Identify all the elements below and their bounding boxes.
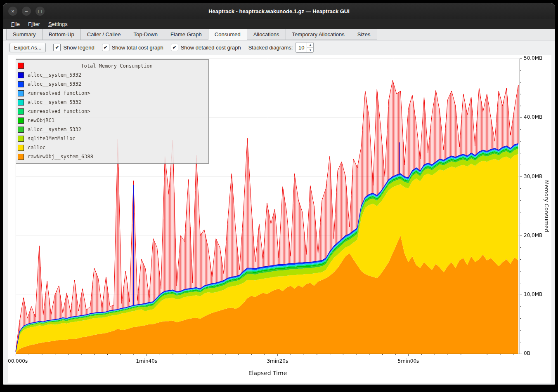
legend-entry: alloc__system_5332 [18, 98, 206, 107]
minimize-icon: − [25, 9, 28, 14]
checkmark-icon: ✔ [53, 44, 61, 51]
legend-entry-label: rawNewObj__system_6388 [28, 154, 93, 160]
window-buttons: ×−□ [3, 7, 45, 16]
legend-entry: sqlite3MemMalloc [18, 134, 206, 143]
legend-entry: alloc__system_5332 [18, 70, 206, 80]
legend-entry: <unresolved function> [18, 107, 206, 116]
titlebar[interactable]: ×−□ Heaptrack - heaptrack.wakunode.1.gz … [3, 3, 555, 19]
stacked-diagrams-spinner[interactable]: 10 ▲ ▼ [296, 42, 314, 53]
legend-entry-label: <unresolved function> [28, 108, 90, 114]
chart-panel: Total Memory Consumptionalloc__system_53… [7, 55, 551, 383]
tab-sizes[interactable]: Sizes [351, 29, 377, 40]
close-button[interactable]: × [8, 7, 17, 16]
series-swatch-icon [18, 145, 24, 151]
desktop: { "titlebar": { "title": "Heaptrack - he… [0, 0, 558, 392]
series-swatch-icon [18, 72, 24, 78]
legend-entry-label: <unresolved function> [28, 90, 90, 96]
close-icon: × [11, 9, 14, 14]
stacked-diagrams-group: Stacked diagrams: 10 ▲ ▼ [248, 42, 314, 53]
spinner-down-icon[interactable]: ▼ [307, 48, 313, 53]
export-as-button[interactable]: Export As... [9, 43, 46, 52]
legend-entry: <unresolved function> [18, 89, 206, 98]
legend-entry: calloc [18, 143, 206, 152]
spinner-arrows: ▲ ▼ [307, 42, 313, 52]
tab-bar: SummaryBottom-UpCaller / CalleeTop-DownF… [3, 29, 555, 40]
legend-entry-label: calloc [28, 145, 45, 150]
legend-entry-label: alloc__system_5332 [28, 72, 81, 78]
total-swatch-icon [18, 63, 24, 69]
tab-caller-callee[interactable]: Caller / Callee [80, 29, 127, 40]
tab-allocations[interactable]: Allocations [247, 29, 286, 40]
checkbox-show-total-cost-graph[interactable]: ✔Show total cost graph [102, 44, 163, 51]
checkmark-icon: ✔ [171, 44, 178, 51]
checkbox-show-legend[interactable]: ✔Show legend [53, 44, 94, 51]
legend-entry: newObjRC1 [18, 116, 206, 125]
checkbox-label: Show total cost graph [112, 45, 163, 51]
legend-entry-label: alloc__system_5332 [28, 127, 81, 132]
checkbox-label: Show detailed cost graph [181, 45, 241, 51]
series-swatch-icon [18, 81, 24, 87]
heaptrack-window: ×−□ Heaptrack - heaptrack.wakunode.1.gz … [3, 3, 555, 385]
series-swatch-icon [18, 99, 24, 106]
stacked-diagrams-label: Stacked diagrams: [248, 45, 293, 51]
series-swatch-icon [18, 90, 24, 96]
menu-bar: FileFilterSettings [3, 19, 555, 29]
legend-entry-label: alloc__system_5332 [28, 81, 81, 87]
tab-bottom-up[interactable]: Bottom-Up [42, 29, 80, 40]
toolbar: Export As... ✔Show legend✔Show total cos… [3, 40, 555, 54]
menu-item-filter[interactable]: Filter [24, 20, 44, 28]
series-swatch-icon [18, 154, 24, 160]
stacked-diagrams-value[interactable]: 10 [296, 42, 307, 52]
checkbox-group: ✔Show legend✔Show total cost graph✔Show … [53, 44, 241, 51]
checkmark-icon: ✔ [102, 44, 109, 51]
minimize-button[interactable]: − [22, 7, 31, 16]
legend-entry: alloc__system_5332 [18, 125, 206, 134]
series-swatch-icon [18, 108, 24, 115]
tab-top-down[interactable]: Top-Down [127, 29, 164, 40]
legend-entry: alloc__system_5332 [18, 80, 206, 89]
legend-entry-label: sqlite3MemMalloc [28, 136, 76, 141]
menu-item-settings[interactable]: Settings [44, 20, 72, 28]
chart-legend: Total Memory Consumptionalloc__system_53… [16, 59, 209, 164]
tab-summary[interactable]: Summary [6, 29, 42, 40]
checkbox-show-detailed-cost-graph[interactable]: ✔Show detailed cost graph [171, 44, 241, 51]
maximize-icon: □ [38, 9, 42, 14]
legend-title: Total Memory Consumption [28, 63, 206, 69]
legend-title-row: Total Memory Consumption [18, 61, 206, 70]
tab-flame-graph[interactable]: Flame Graph [164, 29, 208, 40]
spinner-up-icon[interactable]: ▲ [307, 42, 313, 48]
series-swatch-icon [18, 136, 24, 142]
window-title: Heaptrack - heaptrack.wakunode.1.gz — He… [3, 8, 555, 14]
legend-entry: rawNewObj__system_6388 [18, 152, 206, 161]
tab-temporary-allocations[interactable]: Temporary Allocations [286, 29, 351, 40]
legend-entry-label: alloc__system_5332 [28, 99, 81, 105]
legend-entry-label: newObjRC1 [28, 117, 54, 123]
checkbox-label: Show legend [63, 45, 94, 51]
tab-consumed[interactable]: Consumed [208, 29, 247, 40]
menu-item-file[interactable]: File [7, 20, 24, 28]
series-swatch-icon [18, 127, 24, 133]
series-swatch-icon [18, 117, 24, 124]
maximize-button[interactable]: □ [35, 7, 45, 16]
